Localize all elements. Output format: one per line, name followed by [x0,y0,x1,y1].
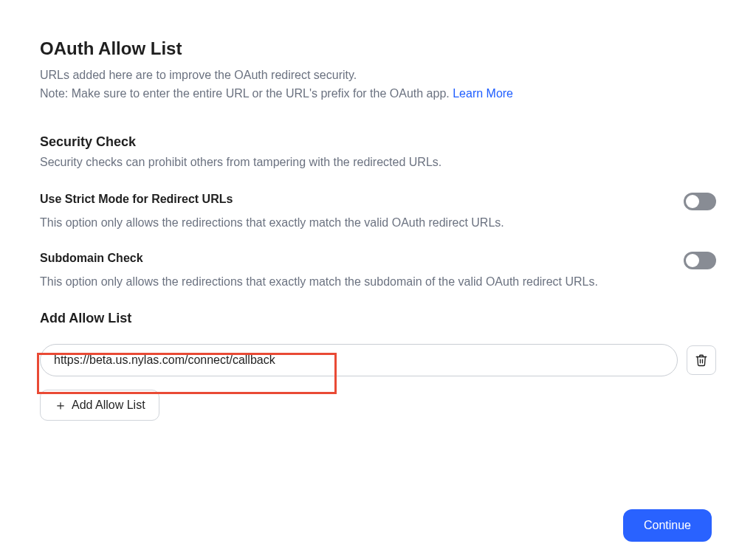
subdomain-check-description: This option only allows the redirections… [40,275,716,289]
strict-mode-toggle[interactable] [684,193,716,210]
learn-more-link[interactable]: Learn More [453,87,513,100]
security-check-description: Security checks can prohibit others from… [40,156,716,169]
subdomain-check-label: Subdomain Check [40,252,143,265]
add-allow-list-title: Add Allow List [40,311,716,326]
strict-mode-description: This option only allows the redirections… [40,216,716,230]
allow-list-url-input[interactable] [40,344,678,376]
security-check-title: Security Check [40,134,716,150]
oauth-description: URLs added here are to improve the OAuth… [40,66,716,103]
subdomain-check-row: Subdomain Check [40,252,716,269]
toggle-knob-icon [686,254,699,267]
plus-icon: ＋ [54,399,67,412]
description-line-2: Note: Make sure to enter the entire URL … [40,87,453,100]
strict-mode-label: Use Strict Mode for Redirect URLs [40,193,233,206]
allow-list-item-row [40,344,716,376]
strict-mode-row: Use Strict Mode for Redirect URLs [40,193,716,210]
page-title: OAuth Allow List [40,38,716,59]
continue-button[interactable]: Continue [623,509,712,542]
description-line-1: URLs added here are to improve the OAuth… [40,69,357,81]
add-allow-list-label: Add Allow List [72,399,145,412]
delete-allow-list-item-button[interactable] [687,345,716,375]
toggle-knob-icon [686,195,699,208]
add-allow-list-button[interactable]: ＋ Add Allow List [40,390,159,421]
trash-icon [695,354,708,367]
subdomain-check-toggle[interactable] [684,252,716,269]
